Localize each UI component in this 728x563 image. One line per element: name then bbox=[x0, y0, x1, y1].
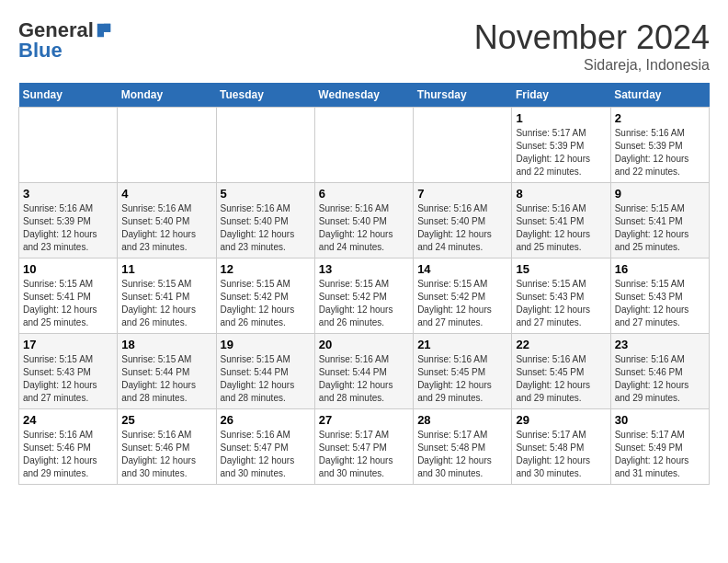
day-number: 3 bbox=[23, 187, 113, 201]
day-number: 24 bbox=[23, 413, 113, 427]
day-info: Sunrise: 5:15 AM Sunset: 5:43 PM Dayligh… bbox=[23, 353, 113, 405]
day-info: Sunrise: 5:15 AM Sunset: 5:44 PM Dayligh… bbox=[121, 353, 211, 405]
day-info: Sunrise: 5:15 AM Sunset: 5:42 PM Dayligh… bbox=[221, 278, 311, 329]
day-number: 30 bbox=[615, 413, 705, 427]
week-row-2: 3Sunrise: 5:16 AM Sunset: 5:39 PM Daylig… bbox=[19, 183, 710, 259]
day-info: Sunrise: 5:15 AM Sunset: 5:44 PM Dayligh… bbox=[221, 353, 311, 405]
day-info: Sunrise: 5:17 AM Sunset: 5:48 PM Dayligh… bbox=[516, 429, 606, 480]
day-info: Sunrise: 5:17 AM Sunset: 5:47 PM Dayligh… bbox=[319, 429, 409, 480]
calendar-cell: 14Sunrise: 5:15 AM Sunset: 5:42 PM Dayli… bbox=[414, 259, 512, 334]
week-row-3: 10Sunrise: 5:15 AM Sunset: 5:41 PM Dayli… bbox=[19, 259, 710, 334]
day-info: Sunrise: 5:16 AM Sunset: 5:40 PM Dayligh… bbox=[221, 202, 311, 254]
day-info: Sunrise: 5:16 AM Sunset: 5:40 PM Dayligh… bbox=[417, 202, 507, 254]
calendar-cell: 15Sunrise: 5:15 AM Sunset: 5:43 PM Dayli… bbox=[512, 259, 610, 334]
day-info: Sunrise: 5:16 AM Sunset: 5:40 PM Dayligh… bbox=[319, 202, 409, 254]
day-number: 4 bbox=[121, 187, 211, 201]
calendar-table: SundayMondayTuesdayWednesdayThursdayFrid… bbox=[18, 83, 710, 485]
day-number: 16 bbox=[615, 262, 705, 276]
calendar-cell: 18Sunrise: 5:15 AM Sunset: 5:44 PM Dayli… bbox=[118, 334, 216, 409]
day-header-monday: Monday bbox=[118, 83, 216, 108]
day-number: 5 bbox=[221, 187, 311, 201]
day-info: Sunrise: 5:16 AM Sunset: 5:39 PM Dayligh… bbox=[615, 127, 705, 178]
day-info: Sunrise: 5:17 AM Sunset: 5:48 PM Dayligh… bbox=[417, 429, 507, 480]
week-row-5: 24Sunrise: 5:16 AM Sunset: 5:46 PM Dayli… bbox=[19, 409, 710, 485]
calendar-cell: 21Sunrise: 5:16 AM Sunset: 5:45 PM Dayli… bbox=[414, 334, 512, 409]
svg-marker-1 bbox=[104, 24, 110, 32]
calendar-cell: 13Sunrise: 5:15 AM Sunset: 5:42 PM Dayli… bbox=[314, 259, 413, 334]
day-number: 25 bbox=[121, 413, 211, 427]
day-number: 8 bbox=[516, 187, 606, 201]
calendar-cell: 7Sunrise: 5:16 AM Sunset: 5:40 PM Daylig… bbox=[414, 183, 512, 259]
day-header-friday: Friday bbox=[512, 83, 610, 108]
calendar-cell: 8Sunrise: 5:16 AM Sunset: 5:41 PM Daylig… bbox=[512, 183, 610, 259]
calendar-cell: 1Sunrise: 5:17 AM Sunset: 5:39 PM Daylig… bbox=[512, 108, 610, 183]
title-block: November 2024 Sidareja, Indonesia bbox=[474, 18, 710, 74]
day-number: 29 bbox=[516, 413, 606, 427]
calendar-cell: 23Sunrise: 5:16 AM Sunset: 5:46 PM Dayli… bbox=[610, 334, 709, 409]
day-info: Sunrise: 5:16 AM Sunset: 5:44 PM Dayligh… bbox=[319, 353, 409, 405]
day-number: 1 bbox=[516, 111, 606, 125]
day-info: Sunrise: 5:15 AM Sunset: 5:43 PM Dayligh… bbox=[615, 278, 705, 329]
calendar-cell: 27Sunrise: 5:17 AM Sunset: 5:47 PM Dayli… bbox=[314, 409, 413, 485]
page-header: General Blue November 2024 Sidareja, Ind… bbox=[18, 18, 710, 74]
calendar-cell: 11Sunrise: 5:15 AM Sunset: 5:41 PM Dayli… bbox=[118, 259, 216, 334]
calendar-cell: 30Sunrise: 5:17 AM Sunset: 5:49 PM Dayli… bbox=[610, 409, 709, 485]
day-number: 11 bbox=[121, 262, 211, 276]
day-info: Sunrise: 5:15 AM Sunset: 5:41 PM Dayligh… bbox=[121, 278, 211, 329]
day-number: 6 bbox=[319, 187, 409, 201]
day-number: 9 bbox=[615, 187, 705, 201]
day-number: 7 bbox=[417, 187, 507, 201]
day-number: 12 bbox=[221, 262, 311, 276]
day-header-tuesday: Tuesday bbox=[216, 83, 314, 108]
day-info: Sunrise: 5:16 AM Sunset: 5:46 PM Dayligh… bbox=[23, 429, 113, 480]
day-number: 28 bbox=[417, 413, 507, 427]
day-info: Sunrise: 5:16 AM Sunset: 5:39 PM Dayligh… bbox=[23, 202, 113, 254]
day-info: Sunrise: 5:17 AM Sunset: 5:39 PM Dayligh… bbox=[516, 127, 606, 178]
calendar-cell: 9Sunrise: 5:15 AM Sunset: 5:41 PM Daylig… bbox=[610, 183, 709, 259]
calendar-cell: 24Sunrise: 5:16 AM Sunset: 5:46 PM Dayli… bbox=[19, 409, 118, 485]
day-info: Sunrise: 5:16 AM Sunset: 5:45 PM Dayligh… bbox=[417, 353, 507, 405]
day-info: Sunrise: 5:16 AM Sunset: 5:45 PM Dayligh… bbox=[516, 353, 606, 405]
calendar-cell bbox=[314, 108, 413, 183]
day-number: 21 bbox=[417, 338, 507, 351]
calendar-cell: 4Sunrise: 5:16 AM Sunset: 5:40 PM Daylig… bbox=[118, 183, 216, 259]
calendar-cell: 3Sunrise: 5:16 AM Sunset: 5:39 PM Daylig… bbox=[19, 183, 118, 259]
calendar-cell bbox=[118, 108, 216, 183]
calendar-cell: 12Sunrise: 5:15 AM Sunset: 5:42 PM Dayli… bbox=[216, 259, 314, 334]
calendar-cell: 25Sunrise: 5:16 AM Sunset: 5:46 PM Dayli… bbox=[118, 409, 216, 485]
calendar-cell: 16Sunrise: 5:15 AM Sunset: 5:43 PM Dayli… bbox=[610, 259, 709, 334]
calendar-cell: 26Sunrise: 5:16 AM Sunset: 5:47 PM Dayli… bbox=[216, 409, 314, 485]
day-number: 19 bbox=[221, 338, 311, 351]
day-number: 2 bbox=[615, 111, 705, 125]
day-info: Sunrise: 5:16 AM Sunset: 5:46 PM Dayligh… bbox=[121, 429, 211, 480]
day-number: 10 bbox=[23, 262, 113, 276]
calendar-cell: 28Sunrise: 5:17 AM Sunset: 5:48 PM Dayli… bbox=[414, 409, 512, 485]
calendar-cell bbox=[216, 108, 314, 183]
day-number: 23 bbox=[615, 338, 705, 351]
calendar-cell: 5Sunrise: 5:16 AM Sunset: 5:40 PM Daylig… bbox=[216, 183, 314, 259]
day-number: 14 bbox=[417, 262, 507, 276]
day-number: 15 bbox=[516, 262, 606, 276]
day-info: Sunrise: 5:15 AM Sunset: 5:42 PM Dayligh… bbox=[417, 278, 507, 329]
calendar-cell: 22Sunrise: 5:16 AM Sunset: 5:45 PM Dayli… bbox=[512, 334, 610, 409]
logo-blue-text: Blue bbox=[18, 39, 63, 62]
day-info: Sunrise: 5:15 AM Sunset: 5:42 PM Dayligh… bbox=[319, 278, 409, 329]
calendar-cell: 10Sunrise: 5:15 AM Sunset: 5:41 PM Dayli… bbox=[19, 259, 118, 334]
calendar-cell: 20Sunrise: 5:16 AM Sunset: 5:44 PM Dayli… bbox=[314, 334, 413, 409]
day-number: 13 bbox=[319, 262, 409, 276]
calendar-cell: 19Sunrise: 5:15 AM Sunset: 5:44 PM Dayli… bbox=[216, 334, 314, 409]
week-row-1: 1Sunrise: 5:17 AM Sunset: 5:39 PM Daylig… bbox=[19, 108, 710, 183]
day-number: 20 bbox=[319, 338, 409, 351]
day-info: Sunrise: 5:15 AM Sunset: 5:41 PM Dayligh… bbox=[615, 202, 705, 254]
day-info: Sunrise: 5:16 AM Sunset: 5:41 PM Dayligh… bbox=[516, 202, 606, 254]
calendar-cell bbox=[19, 108, 118, 183]
day-number: 27 bbox=[319, 413, 409, 427]
day-number: 17 bbox=[23, 338, 113, 351]
calendar-cell: 6Sunrise: 5:16 AM Sunset: 5:40 PM Daylig… bbox=[314, 183, 413, 259]
calendar-cell: 29Sunrise: 5:17 AM Sunset: 5:48 PM Dayli… bbox=[512, 409, 610, 485]
day-info: Sunrise: 5:15 AM Sunset: 5:43 PM Dayligh… bbox=[516, 278, 606, 329]
day-header-wednesday: Wednesday bbox=[314, 83, 413, 108]
day-header-sunday: Sunday bbox=[19, 83, 118, 108]
day-header-saturday: Saturday bbox=[610, 83, 709, 108]
day-info: Sunrise: 5:16 AM Sunset: 5:46 PM Dayligh… bbox=[615, 353, 705, 405]
